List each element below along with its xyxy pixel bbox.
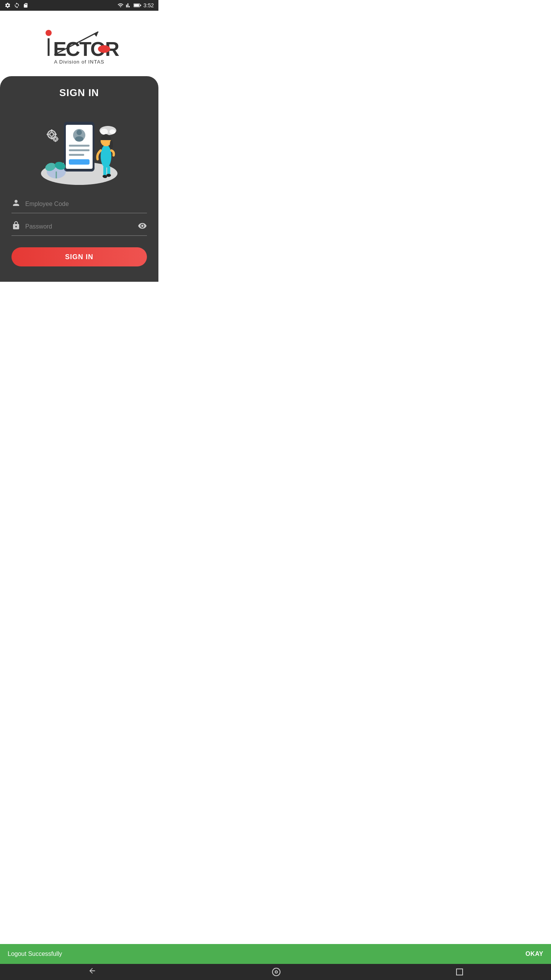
svg-rect-27 (47, 134, 49, 135)
status-bar: 3:52 (0, 0, 158, 11)
svg-rect-32 (55, 140, 56, 142)
svg-point-37 (109, 129, 116, 134)
svg-rect-2 (140, 5, 141, 6)
logo-area: ECTOR A Division of INTAS (0, 11, 158, 76)
svg-point-24 (50, 132, 54, 136)
svg-point-3 (46, 30, 52, 36)
svg-rect-31 (55, 136, 56, 137)
status-bar-left (5, 2, 28, 8)
svg-rect-18 (69, 159, 90, 165)
logo-subtitle: A Division of INTAS (54, 59, 104, 65)
svg-rect-1 (134, 4, 139, 7)
sign-in-title: SIGN IN (59, 87, 99, 99)
status-bar-right: 3:52 (117, 2, 154, 8)
password-group (11, 221, 147, 236)
svg-point-30 (54, 138, 57, 140)
svg-rect-28 (54, 134, 57, 135)
svg-rect-41 (103, 166, 106, 176)
signin-button[interactable]: SIGN IN (11, 247, 147, 266)
status-time: 3:52 (143, 2, 154, 8)
illustration-svg (29, 106, 129, 191)
sd-card-icon (23, 2, 28, 8)
form-area: SIGN IN (0, 194, 158, 266)
svg-point-40 (110, 140, 113, 149)
svg-rect-34 (57, 139, 59, 139)
battery-icon (134, 3, 141, 8)
password-input[interactable] (25, 222, 147, 232)
svg-point-38 (101, 145, 111, 168)
settings-icon (5, 2, 11, 8)
user-icon (11, 198, 21, 210)
svg-rect-25 (51, 129, 52, 132)
lock-icon (11, 221, 21, 232)
svg-rect-33 (52, 139, 54, 139)
illustration-area (29, 106, 129, 191)
signal-icon (126, 2, 131, 8)
svg-rect-26 (51, 137, 52, 139)
employee-code-group (11, 198, 147, 213)
brand-logo: ECTOR (37, 26, 121, 60)
employee-code-input[interactable] (25, 199, 147, 209)
svg-point-8 (98, 45, 110, 53)
svg-point-36 (100, 129, 108, 135)
svg-rect-16 (69, 149, 90, 151)
svg-point-13 (77, 130, 82, 135)
svg-rect-17 (69, 154, 84, 156)
wifi-icon (117, 2, 124, 8)
svg-point-44 (106, 174, 111, 177)
dark-card: SIGN IN (0, 76, 158, 282)
toggle-password-icon[interactable] (138, 221, 147, 232)
svg-point-14 (75, 136, 83, 142)
sync-icon (14, 2, 20, 8)
svg-rect-15 (69, 145, 90, 147)
